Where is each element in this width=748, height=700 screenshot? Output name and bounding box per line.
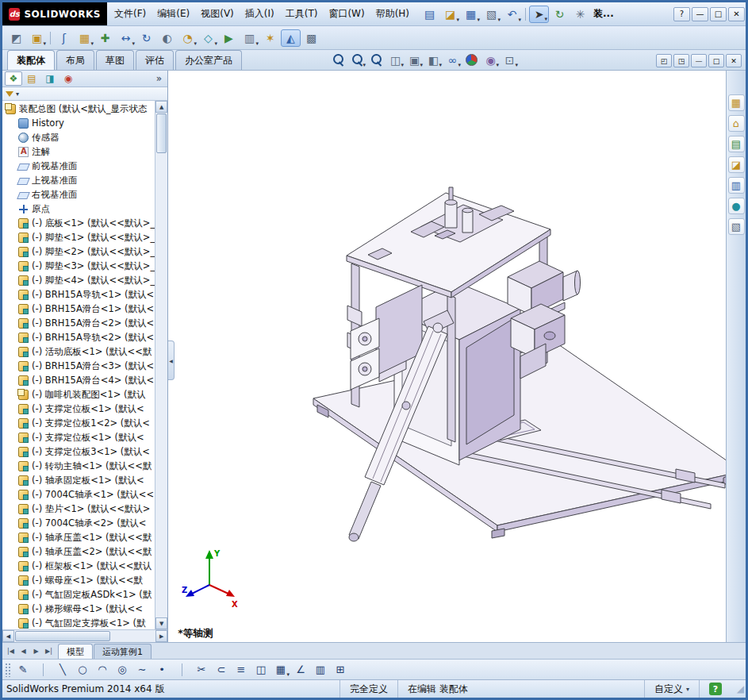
tree-item[interactable]: (-) BRH15A滑台<4> (默认< [2,373,155,387]
spline-icon[interactable]: ∼ [132,661,152,678]
toolbar-grip[interactable] [5,663,10,677]
tree-item[interactable]: History [2,116,155,130]
scroll-up-icon[interactable]: ▲ [155,101,167,113]
smart-fasteners-icon[interactable]: ✚ [95,29,115,47]
document-close-button[interactable]: ✕ [726,54,742,67]
tree-item[interactable]: 原点 [2,202,155,216]
command-tab[interactable]: 装配体 [7,50,55,70]
tree-item[interactable]: (-) 气缸固定支撑板<1> (默 [2,616,155,629]
tree-item[interactable]: (-) 支撑定位板3<1> (默认< [2,444,155,459]
tree-item[interactable]: (-) 转动主轴<1> (默认<<默 [2,459,155,473]
tree-root-item[interactable]: 装配总图 (默认<默认_显示状态 [2,102,155,116]
scroll-left-icon[interactable]: ◀ [2,630,14,642]
filter-icon[interactable] [6,91,13,97]
graphics-viewport[interactable]: ◀ Y X Z *等轴测 [168,71,726,642]
scroll-down-icon[interactable]: ▼ [155,617,167,629]
vertical-scroll-thumb[interactable] [156,113,167,153]
trim-entities-icon[interactable]: ✂ [192,661,211,678]
filter-dropdown-icon[interactable]: ▾ [16,90,19,98]
tab-nav-arrow-icon[interactable]: ▶| [43,648,55,655]
tree-item[interactable]: (-) 支撑定位板<1> (默认< [2,402,155,416]
menu-item[interactable]: 编辑(E) [152,5,195,23]
rotate-component-icon[interactable]: ↻ [136,29,156,47]
file-properties-icon[interactable]: ✳ [570,6,590,23]
design-library-icon[interactable]: ⌂ [728,115,745,132]
sketch-separator[interactable] [33,661,52,678]
tree-item[interactable]: (-) BRH15A导轨<2> (默认< [2,330,155,344]
section-view-icon[interactable]: ◫ [386,52,405,68]
tree-item[interactable]: (-) 垫片<1> (默认<<默认> [2,502,155,516]
window-maximize-button[interactable]: □ [710,7,727,21]
edit-component-icon[interactable]: ◩ [6,29,26,47]
hide-show-items-icon[interactable]: ∞ [443,52,462,68]
tree-item[interactable]: (-) 脚垫<2> (默认<<默认>_ [2,244,155,259]
configurationmanager-tab-icon[interactable]: ◨ [41,71,59,86]
tree-item[interactable]: (-) 气缸固定板ASDk<1> (默 [2,587,155,602]
file-explorer-icon[interactable]: ▤ [728,136,745,152]
view-orientation-icon[interactable]: ▣ [405,52,424,68]
window-close-button[interactable]: ✕ [728,7,745,21]
sketch-separator[interactable] [172,661,191,678]
tree-item[interactable]: 上视基准面 [2,173,155,187]
quick-toolbar-separator[interactable] [523,6,528,23]
custom-status-dropdown[interactable]: 自定义 ▾ [644,680,699,698]
tree-item[interactable]: (-) 轴承压盖<1> (默认<<默 [2,530,155,544]
horizontal-scroll-thumb[interactable] [15,631,110,641]
tree-item[interactable]: (-) 底板<1> (默认<<默认>_ [2,216,155,230]
tree-item[interactable]: (-) 轴承压盖<2> (默认<<默 [2,544,155,559]
edit-appearance-icon[interactable] [462,52,481,68]
tree-item[interactable]: (-) 7004C轴承<2> (默认< [2,516,155,530]
tree-item[interactable]: (-) 脚垫<1> (默认<<默认>_ [2,230,155,244]
menu-item[interactable]: 文件(F) [109,5,152,23]
zoom-fit-icon[interactable] [329,52,347,68]
open-document-icon[interactable]: ◪ [440,6,460,23]
sketch-icon[interactable]: ✎ [13,661,33,678]
document-recovery-icon[interactable]: ▧ [728,218,745,235]
tree-item[interactable]: (-) 咖啡机装配图<1> (默认 [2,387,155,402]
panel-tabs-overflow[interactable]: » [153,73,165,84]
appearances-scenes-icon[interactable]: ▥ [728,177,745,194]
component-pattern-icon[interactable]: ▦ [75,29,94,47]
point-icon[interactable]: • [152,661,171,678]
zoom-area-icon[interactable] [348,52,366,68]
tree-item[interactable]: (-) 脚垫<4> (默认<<默认>_ [2,273,155,287]
menu-item[interactable]: 视图(V) [195,5,240,23]
custom-properties-icon[interactable]: ● [728,198,745,214]
tree-item[interactable]: (-) BRH15A滑台<3> (默认< [2,359,155,373]
line-icon[interactable]: ╲ [53,661,72,678]
model-tab[interactable]: 模型 [58,644,93,659]
displaymanager-tab-icon[interactable]: ◉ [59,71,77,86]
tab-nav-arrow-icon[interactable]: ▶ [30,648,42,655]
featuremanager-tab-icon[interactable]: ❖ [5,71,22,86]
grid-system-icon[interactable]: ▥ [311,661,330,678]
view-settings-icon[interactable]: ⊡ [501,52,519,68]
viewport-split-icon[interactable]: ◰ [656,54,672,67]
reference-geometry-icon[interactable]: ◇ [198,29,218,47]
mirror-entities-icon[interactable]: ◫ [251,661,270,678]
show-hidden-components-icon[interactable]: ◐ [157,29,177,47]
command-tab[interactable]: 办公室产品 [175,50,242,70]
help-button[interactable]: ? [673,7,690,21]
propertymanager-tab-icon[interactable]: ▤ [23,71,40,86]
rebuild-icon[interactable]: ↻ [550,6,570,23]
tree-item[interactable]: 右视基准面 [2,187,155,202]
toolbar-separator[interactable] [48,29,53,47]
view-palette-icon[interactable]: ◪ [728,156,745,173]
window-minimize-button[interactable]: — [692,7,708,21]
menu-item[interactable]: 窗口(W) [323,5,370,23]
large-assembly-mode-icon[interactable]: ▩ [301,29,321,47]
menu-item[interactable]: 帮助(H) [370,5,415,23]
tree-item[interactable]: 前视基准面 [2,159,155,173]
ellipse-icon[interactable]: ◎ [113,661,132,678]
bill-of-materials-icon[interactable]: ▥ [240,29,259,47]
viewport-pane-icon[interactable]: ◳ [673,54,689,67]
tree-item[interactable]: (-) 7004C轴承<1> (默认<< [2,487,155,502]
quick-tip-segment[interactable]: ? [699,680,731,698]
circle-icon[interactable]: ○ [73,661,92,678]
menu-item[interactable]: 工具(T) [280,5,324,23]
tree-item[interactable]: (-) 轴承固定板<1> (默认< [2,473,155,487]
save-icon[interactable]: ▦ [461,6,481,23]
print-icon[interactable]: ▧ [481,6,501,23]
tree-vertical-scrollbar[interactable]: ▲ ▼ [155,101,167,629]
offset-entities-icon[interactable]: ≡ [232,661,251,678]
